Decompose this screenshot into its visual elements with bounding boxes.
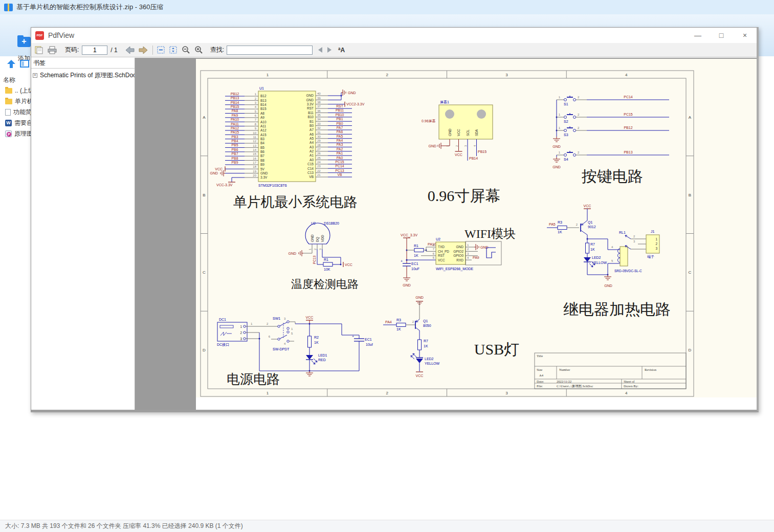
- svg-text:2: 2: [240, 331, 242, 335]
- svg-text:RXD: RXD: [456, 258, 463, 262]
- svg-text:1: 1: [559, 151, 561, 154]
- zoom-out-icon[interactable]: [182, 46, 190, 54]
- svg-text:10uF: 10uF: [411, 267, 419, 271]
- bookmark-item[interactable]: + Schematic Prints of 原理图.SchDoc: [31, 70, 135, 80]
- svg-text:VDD: VDD: [321, 235, 324, 242]
- svg-text:0.96寸屏幕: 0.96寸屏幕: [428, 187, 501, 204]
- svg-text:A2: A2: [309, 149, 314, 153]
- pdf-viewer-area[interactable]: 11223344AABBCCDDU1STM32F103C8T61B12PB122…: [135, 58, 757, 410]
- file-row-pdf[interactable]: P原理图: [0, 128, 32, 139]
- find-next-button[interactable]: [327, 47, 332, 53]
- svg-text:GND: GND: [448, 128, 452, 136]
- match-case-button[interactable]: ªA: [338, 47, 345, 54]
- svg-text:1: 1: [559, 96, 561, 99]
- fit-page-icon[interactable]: [169, 46, 177, 54]
- svg-text:PB13: PB13: [231, 96, 239, 100]
- svg-text:27: 27: [317, 148, 321, 151]
- add-button[interactable]: +: [16, 35, 32, 52]
- svg-text:A12: A12: [260, 128, 267, 132]
- svg-text:1: 1: [267, 73, 269, 77]
- svg-text:1: 1: [291, 327, 293, 330]
- find-prev-button[interactable]: [318, 47, 323, 53]
- svg-text:U1: U1: [259, 86, 264, 90]
- svg-text:34: 34: [317, 118, 321, 121]
- zoom-in-icon[interactable]: [194, 46, 203, 54]
- svg-text:2022/11/22: 2022/11/22: [557, 380, 571, 383]
- svg-text:VCC2-3.3V: VCC2-3.3V: [346, 102, 365, 106]
- find-input[interactable]: [227, 46, 313, 55]
- svg-text:B15: B15: [260, 107, 267, 110]
- pdfview-window: PDF PdfView — □ × 页码: / 1: [31, 27, 759, 412]
- svg-text:SRD-05VDC-SL-C: SRD-05VDC-SL-C: [614, 269, 642, 273]
- svg-text:PA7: PA7: [337, 126, 343, 129]
- svg-text:B13: B13: [260, 99, 267, 102]
- svg-text:4: 4: [284, 342, 286, 345]
- svg-text:PA9: PA9: [473, 256, 479, 259]
- folder-icon: [5, 99, 12, 104]
- file-row-folder[interactable]: 单片机: [0, 96, 32, 107]
- svg-text:RL1: RL1: [619, 231, 626, 234]
- file-row-doc[interactable]: 功能简: [0, 107, 32, 118]
- app-title: 基于单片机的智能衣柜控制系统设计.zip - 360压缩: [16, 3, 163, 12]
- svg-text:PC13: PC13: [313, 255, 316, 264]
- svg-text:2: 2: [655, 242, 657, 246]
- file-row-parent[interactable]: .. (上级: [0, 85, 32, 96]
- svg-text:7: 7: [433, 248, 435, 251]
- up-level-button[interactable]: [6, 59, 16, 71]
- next-page-button[interactable]: [139, 47, 147, 54]
- svg-text:C14: C14: [307, 167, 314, 170]
- svg-text:26: 26: [317, 152, 321, 155]
- svg-text:Size: Size: [537, 368, 542, 371]
- page-label: 页码:: [65, 46, 79, 54]
- svg-text:PA12: PA12: [231, 126, 239, 130]
- view-toggle-button[interactable]: [19, 59, 30, 71]
- file-row-word[interactable]: W需要自: [0, 118, 32, 128]
- svg-text:YELLOW: YELLOW: [592, 261, 607, 264]
- svg-text:PB6: PB6: [232, 148, 238, 151]
- svg-text:11: 11: [253, 136, 257, 139]
- svg-text:Title: Title: [537, 354, 543, 358]
- column-header-name[interactable]: 名称: [3, 76, 15, 84]
- svg-text:SW1: SW1: [273, 317, 280, 320]
- svg-text:18: 18: [253, 165, 256, 168]
- svg-text:B8: B8: [260, 159, 264, 162]
- svg-text:PA10: PA10: [231, 118, 239, 121]
- svg-text:1: 1: [559, 126, 561, 129]
- svg-text:8: 8: [255, 123, 257, 126]
- svg-text:1K: 1K: [558, 230, 562, 234]
- svg-text:B11: B11: [308, 111, 314, 115]
- svg-text:B6: B6: [260, 150, 264, 153]
- svg-text:GPIO0: GPIO0: [453, 254, 463, 257]
- svg-text:GND: GND: [415, 296, 424, 299]
- svg-text:PA3: PA3: [337, 143, 343, 146]
- open-file-icon[interactable]: [35, 46, 43, 54]
- svg-text:A4: A4: [309, 141, 314, 144]
- maximize-button[interactable]: □: [710, 28, 733, 43]
- svg-text:EC1: EC1: [411, 262, 418, 265]
- fit-width-icon[interactable]: [157, 46, 165, 54]
- svg-text:2: 2: [578, 113, 580, 116]
- svg-text:C15: C15: [307, 162, 314, 166]
- svg-text:3: 3: [319, 248, 322, 250]
- page-number-input[interactable]: [82, 46, 107, 55]
- svg-text:GND: GND: [428, 144, 436, 148]
- svg-text:39: 39: [317, 97, 321, 100]
- svg-text:LED2: LED2: [425, 357, 434, 361]
- prev-page-button[interactable]: [126, 47, 135, 54]
- close-button[interactable]: ×: [733, 28, 757, 43]
- app-titlebar: 基于单片机的智能衣柜控制系统设计.zip - 360压缩: [0, 0, 774, 14]
- svg-text:2: 2: [386, 73, 388, 77]
- svg-text:14: 14: [253, 148, 256, 151]
- svg-text:VCC_3.3V: VCC_3.3V: [401, 233, 417, 237]
- svg-text:29: 29: [317, 139, 321, 142]
- svg-text:3: 3: [284, 317, 286, 320]
- svg-text:24: 24: [317, 161, 321, 164]
- svg-text:40: 40: [317, 92, 321, 95]
- svg-text:GND: GND: [552, 165, 561, 169]
- expand-icon[interactable]: +: [33, 73, 37, 78]
- svg-text:GND: GND: [288, 252, 296, 255]
- svg-text:B5: B5: [260, 146, 264, 149]
- minimize-button[interactable]: —: [686, 28, 710, 43]
- print-icon[interactable]: [48, 46, 57, 54]
- pdfview-title: PdfView: [48, 31, 74, 39]
